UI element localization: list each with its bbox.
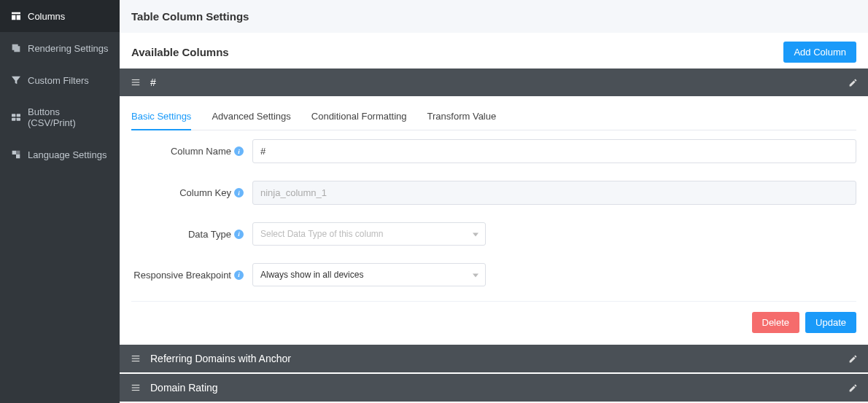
sidebar-item-filters[interactable]: Custom Filters [0, 64, 120, 96]
sidebar-item-language[interactable]: Language Settings [0, 138, 120, 171]
svg-rect-10 [132, 385, 140, 386]
column-row[interactable]: Domain Rating [120, 374, 868, 402]
sidebar-item-label: Language Settings [28, 149, 106, 160]
column-label: Domain Rating [150, 382, 848, 394]
column-label: Referring Domains with Anchor [150, 353, 848, 364]
label-column-name: Column Name i [131, 146, 248, 157]
sidebar-item-label: Columns [28, 11, 65, 22]
data-type-select[interactable]: Select Data Type of this column [252, 222, 486, 246]
buttons-icon [10, 111, 22, 123]
column-label: # [150, 77, 848, 88]
svg-rect-9 [132, 361, 140, 361]
columns-panel: Available Columns Add Column # Basic Set… [120, 33, 868, 403]
tab-conditional-formatting[interactable]: Conditional Formatting [311, 106, 407, 130]
svg-rect-7 [132, 356, 140, 356]
column-key-input [252, 181, 856, 205]
info-icon[interactable]: i [234, 270, 244, 280]
sidebar-item-label: Buttons (CSV/Print) [28, 106, 109, 128]
svg-rect-12 [132, 390, 140, 391]
tab-basic-settings[interactable]: Basic Settings [131, 106, 191, 130]
sidebar-item-rendering[interactable]: Rendering Settings [0, 32, 120, 64]
column-row[interactable]: Referring Domains with Anchor [120, 345, 868, 372]
responsive-breakpoint-select[interactable]: Always show in all devices [252, 263, 486, 286]
tab-transform-value[interactable]: Transform Value [427, 106, 497, 130]
sidebar-item-columns[interactable]: Columns [0, 0, 120, 32]
sidebar-item-label: Rendering Settings [28, 43, 109, 54]
drag-handle-icon[interactable] [130, 353, 142, 364]
language-icon [10, 149, 22, 160]
svg-rect-1 [17, 114, 20, 117]
label-responsive-breakpoint: Responsive Breakpoint i [131, 270, 248, 281]
column-row-expanded[interactable]: # [120, 69, 868, 96]
page-title: Table Column Settings [120, 0, 868, 33]
add-column-button[interactable]: Add Column [783, 42, 856, 63]
main-content: Table Column Settings Available Columns … [120, 0, 868, 403]
info-icon[interactable]: i [234, 188, 244, 197]
pencil-icon[interactable] [848, 354, 858, 364]
update-button[interactable]: Update [805, 312, 856, 333]
filter-icon [10, 74, 22, 86]
label-column-key: Column Key i [131, 187, 248, 198]
label-data-type: Data Type i [131, 229, 248, 240]
sidebar-item-label: Custom Filters [28, 75, 89, 86]
tabs: Basic Settings Advanced Settings Conditi… [131, 98, 856, 130]
columns-icon [10, 10, 22, 22]
svg-rect-6 [132, 85, 140, 85]
svg-rect-8 [132, 358, 140, 359]
svg-rect-5 [132, 82, 140, 82]
tab-advanced-settings[interactable]: Advanced Settings [212, 106, 290, 130]
column-name-input[interactable] [252, 139, 856, 163]
sidebar-item-buttons[interactable]: Buttons (CSV/Print) [0, 96, 120, 138]
field-data-type: Data Type i Select Data Type of this col… [131, 214, 856, 254]
svg-rect-11 [132, 387, 140, 388]
rendering-icon [10, 42, 22, 54]
svg-rect-3 [17, 118, 20, 121]
pencil-icon[interactable] [848, 78, 858, 87]
field-column-name: Column Name i [131, 130, 856, 172]
delete-button[interactable]: Delete [752, 312, 800, 333]
drag-handle-icon[interactable] [130, 383, 142, 393]
panel-header: Available Columns Add Column [120, 33, 868, 69]
column-editor: Basic Settings Advanced Settings Conditi… [120, 98, 868, 345]
info-icon[interactable]: i [234, 230, 244, 239]
svg-rect-0 [12, 114, 15, 117]
info-icon[interactable]: i [234, 146, 244, 156]
sidebar: Columns Rendering Settings Custom Filter… [0, 0, 120, 403]
pencil-icon[interactable] [848, 383, 858, 393]
svg-rect-2 [12, 118, 15, 121]
action-bar: Delete Update [131, 301, 856, 345]
svg-rect-4 [132, 79, 140, 80]
panel-title: Available Columns [131, 46, 229, 58]
field-column-key: Column Key i [131, 172, 856, 214]
field-responsive-breakpoint: Responsive Breakpoint i Always show in a… [131, 254, 856, 295]
drag-handle-icon[interactable] [130, 77, 142, 87]
